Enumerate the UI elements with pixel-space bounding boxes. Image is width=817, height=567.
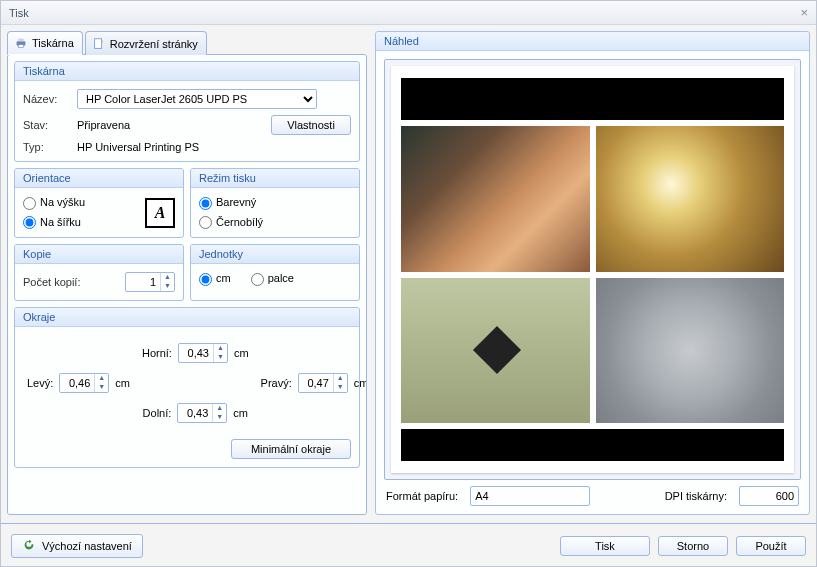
margin-top-input[interactable]: ▲▼: [178, 343, 228, 363]
preview-blackbar-bottom: [401, 429, 784, 461]
units-inch[interactable]: palce: [251, 272, 294, 286]
cancel-button[interactable]: Storno: [658, 536, 728, 556]
printer-type-value: HP Universal Printing PS: [77, 141, 199, 153]
printer-select[interactable]: HP Color LaserJet 2605 UPD PS: [77, 89, 317, 109]
print-dialog: Tisk × Tiskárna Rozvrže: [0, 0, 817, 567]
tab-layout-label: Rozvržení stránky: [110, 38, 198, 50]
spin-down-icon[interactable]: ▼: [161, 282, 174, 291]
close-icon[interactable]: ×: [800, 5, 808, 20]
mode-color[interactable]: Barevný: [199, 196, 256, 210]
margin-top-label: Horní:: [142, 347, 172, 359]
printer-icon: [14, 36, 28, 50]
orientation-group: Orientace Na výšku Na šířku: [14, 168, 184, 238]
preview-thumb-4: [596, 278, 785, 424]
tab-printer-label: Tiskárna: [32, 37, 74, 49]
preview-group: Náhled: [375, 31, 810, 515]
preview-thumb-1: [401, 126, 590, 272]
printer-dpi-label: DPI tiskárny:: [665, 490, 727, 502]
orientation-title: Orientace: [15, 169, 183, 188]
layout-icon: [92, 37, 106, 51]
window-title: Tisk: [9, 7, 29, 19]
min-margins-button[interactable]: Minimální okraje: [231, 439, 351, 459]
svg-rect-2: [18, 45, 23, 48]
margins-group: Okraje Horní: ▲▼ cm: [14, 307, 360, 468]
mode-group: Režim tisku Barevný Černobílý: [190, 168, 360, 238]
preview-thumb-3: [401, 278, 590, 424]
margin-left-label: Levý:: [27, 377, 53, 389]
defaults-button[interactable]: Výchozí nastavení: [11, 534, 143, 558]
printer-status-label: Stav:: [23, 119, 69, 131]
margin-right-input[interactable]: ▲▼: [298, 373, 348, 393]
spin-up-icon[interactable]: ▲: [161, 273, 174, 282]
print-button[interactable]: Tisk: [560, 536, 650, 556]
units-group: Jednotky cm palce: [190, 244, 360, 301]
units-cm[interactable]: cm: [199, 272, 231, 286]
tab-layout[interactable]: Rozvržení stránky: [85, 31, 207, 55]
copies-input[interactable]: ▲▼: [125, 272, 175, 292]
margins-title: Okraje: [15, 308, 359, 327]
titlebar: Tisk ×: [1, 1, 816, 25]
reset-icon: [22, 538, 36, 554]
printer-group: Tiskárna Název: HP Color LaserJet 2605 U…: [14, 61, 360, 162]
svg-rect-3: [94, 38, 101, 48]
units-title: Jednotky: [191, 245, 359, 264]
paper-format-input[interactable]: [470, 486, 590, 506]
apply-button[interactable]: Použít: [736, 536, 806, 556]
printer-status-value: Připravena: [77, 119, 263, 131]
preview-page: [391, 66, 794, 473]
margin-right-label: Pravý:: [261, 377, 292, 389]
margin-bottom-label: Dolní:: [143, 407, 172, 419]
preview-blackbar-top: [401, 78, 784, 120]
orientation-preview-icon: A: [145, 198, 175, 228]
svg-rect-1: [18, 39, 23, 42]
printer-dpi-input[interactable]: [739, 486, 799, 506]
mode-title: Režim tisku: [191, 169, 359, 188]
copies-group: Kopie Počet kopií: ▲▼: [14, 244, 184, 301]
margin-bottom-input[interactable]: ▲▼: [177, 403, 227, 423]
preview-thumb-2: [596, 126, 785, 272]
printer-group-title: Tiskárna: [15, 62, 359, 81]
printer-name-label: Název:: [23, 93, 69, 105]
copies-label: Počet kopií:: [23, 276, 117, 288]
printer-type-label: Typ:: [23, 141, 69, 153]
tab-printer[interactable]: Tiskárna: [7, 31, 83, 55]
paper-format-label: Formát papíru:: [386, 490, 458, 502]
printer-properties-button[interactable]: Vlastnosti: [271, 115, 351, 135]
preview-title: Náhled: [376, 32, 809, 51]
orientation-portrait[interactable]: Na výšku: [23, 196, 85, 210]
copies-title: Kopie: [15, 245, 183, 264]
preview-area: [384, 59, 801, 480]
margin-left-input[interactable]: ▲▼: [59, 373, 109, 393]
mode-bw[interactable]: Černobílý: [199, 216, 263, 230]
orientation-landscape[interactable]: Na šířku: [23, 216, 81, 230]
